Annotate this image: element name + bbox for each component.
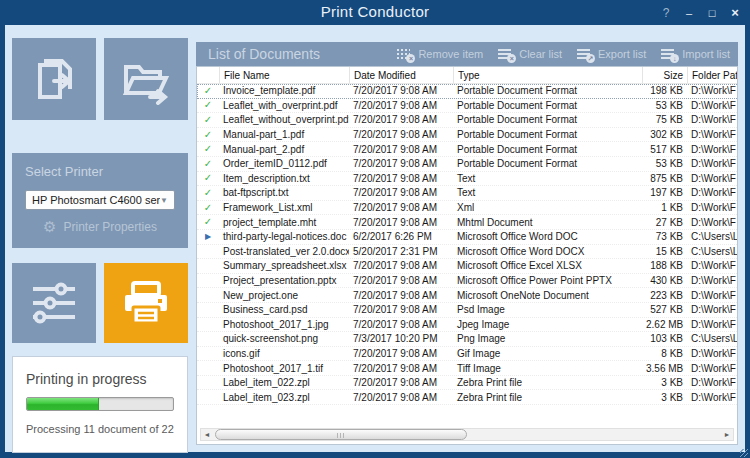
add-buttons-row	[12, 38, 188, 120]
horizontal-scrollbar[interactable]: ◄ ►	[200, 428, 734, 441]
table-row[interactable]: ✓Framework_List.xml7/20/2017 9:08 AMXml1…	[197, 201, 738, 216]
table-row[interactable]: Project_presentation.pptx7/20/2017 9:08 …	[197, 274, 738, 289]
type-cell: Microsoft Office Word DOC	[453, 231, 642, 242]
folder-path-cell: C:\Users\L	[687, 246, 738, 257]
list-title: List of Documents	[208, 46, 397, 62]
clear-list-button[interactable]: ×Clear list	[498, 48, 562, 61]
table-row[interactable]: ✓Leaflet_without_overprint.pdf7/20/2017 …	[197, 113, 738, 128]
table-row[interactable]: ✓Manual-part_2.pdf7/20/2017 9:08 AMPorta…	[197, 142, 738, 157]
printer-dropdown[interactable]: HP Photosmart C4600 series ▼	[25, 190, 175, 210]
printer-properties-link[interactable]: ⚙ Printer Properties	[25, 219, 175, 234]
table-row[interactable]: New_project.one7/20/2017 9:08 AMMicrosof…	[197, 288, 738, 303]
folder-path-cell: C:\Users\L	[687, 231, 738, 242]
settings-button[interactable]	[12, 263, 96, 343]
folder-path-cell: D:\Work\F	[687, 319, 738, 330]
remove-badge-icon: ×	[406, 54, 415, 63]
table-row[interactable]: Photoshoot_2017_1.tif7/20/2017 9:08 AMTi…	[197, 361, 738, 376]
type-cell: Portable Document Format	[453, 158, 642, 169]
table-row[interactable]: ✓Leaflet_with_overprint.pdf7/20/2017 9:0…	[197, 99, 738, 114]
table-row[interactable]: ✓Invoice_template.pdf7/20/2017 9:08 AMPo…	[197, 84, 738, 99]
chevron-down-icon: ▼	[160, 196, 168, 205]
type-cell: Portable Document Format	[453, 144, 642, 155]
file-name-cell: icons.gif	[219, 348, 349, 359]
date-modified-cell: 7/20/2017 9:08 AM	[349, 377, 453, 388]
printer-icon	[120, 279, 172, 327]
file-name-cell: third-party-legal-notices.doc	[219, 231, 349, 242]
table-row[interactable]: ✓Item_description.txt7/20/2017 9:08 AMTe…	[197, 172, 738, 187]
column-header-type[interactable]: Type	[453, 67, 642, 83]
gear-icon: ⚙	[43, 219, 56, 234]
type-cell: Psd Image	[453, 304, 642, 315]
export-badge-icon: ↗	[586, 54, 595, 63]
add-files-button[interactable]	[12, 38, 96, 120]
sidebar: Select Printer HP Photosmart C4600 serie…	[12, 38, 188, 452]
date-modified-cell: 7/20/2017 9:08 AM	[349, 114, 453, 125]
type-cell: Png Image	[453, 333, 642, 344]
folder-path-cell: D:\Work\F	[687, 129, 738, 140]
check-icon: ✓	[197, 157, 219, 171]
table-row[interactable]: Business_card.psd7/20/2017 9:08 AMPsd Im…	[197, 303, 738, 318]
type-cell: Portable Document Format	[453, 85, 642, 96]
documents-area: List of Documents ×Remove item×Clear lis…	[196, 42, 738, 445]
check-icon: ✓	[197, 186, 219, 200]
table-row[interactable]: quick-screenshot.png7/3/2017 10:20 PMPng…	[197, 332, 738, 347]
printer-properties-label: Printer Properties	[64, 220, 157, 234]
type-cell: Microsoft OneNote Document	[453, 290, 642, 301]
scrollbar-thumb[interactable]	[215, 429, 467, 440]
list-header: List of Documents ×Remove item×Clear lis…	[196, 42, 738, 66]
table-row[interactable]: Label_item_022.zpl7/20/2017 9:08 AMZebra…	[197, 376, 738, 391]
scroll-left-icon[interactable]: ◄	[201, 431, 213, 438]
file-name-cell: Post-translated_ver 2.0.docx	[219, 246, 349, 257]
size-cell: 3 KB	[642, 392, 687, 403]
column-header-date-modified[interactable]: Date Modified	[349, 67, 453, 83]
check-icon: ✓	[197, 215, 219, 229]
import-list-button[interactable]: ↓Import list	[661, 48, 730, 61]
clear-list-label: Clear list	[519, 48, 562, 60]
folder-path-cell: D:\Work\F	[687, 114, 738, 125]
table-row[interactable]: ✓Manual-part_1.pdf7/20/2017 9:08 AMPorta…	[197, 128, 738, 143]
date-modified-cell: 7/20/2017 9:08 AM	[349, 217, 453, 228]
file-name-cell: Summary_spreadsheet.xlsx	[219, 260, 349, 271]
date-modified-cell: 7/20/2017 9:08 AM	[349, 202, 453, 213]
size-cell: 53 KB	[642, 100, 687, 111]
type-cell: Text	[453, 173, 642, 184]
size-cell: 1 KB	[642, 202, 687, 213]
column-header-folder-path[interactable]: Folder Path	[687, 67, 738, 83]
column-header-status[interactable]	[197, 67, 219, 83]
table-row[interactable]: ✓bat-ftpscript.txt7/20/2017 9:08 AMText1…	[197, 186, 738, 201]
file-name-cell: Photoshoot_2017_1.jpg	[219, 319, 349, 330]
scroll-right-icon[interactable]: ►	[721, 431, 733, 438]
remove-list-button[interactable]: ×Remove item	[397, 48, 483, 61]
file-name-cell: Manual-part_1.pdf	[219, 129, 349, 140]
help-button[interactable]: ?	[659, 5, 673, 21]
maximize-button[interactable]: □	[705, 5, 719, 21]
date-modified-cell: 7/20/2017 9:08 AM	[349, 290, 453, 301]
date-modified-cell: 7/20/2017 9:08 AM	[349, 392, 453, 403]
type-cell: Mhtml Document	[453, 217, 642, 228]
file-name-cell: bat-ftpscript.txt	[219, 187, 349, 198]
resize-grip[interactable]	[740, 449, 748, 457]
title-bar: Print Conductor ? – □ ×	[0, 0, 750, 25]
table-row[interactable]: ✓Order_itemID_0112.pdf7/20/2017 9:08 AMP…	[197, 157, 738, 172]
minimize-button[interactable]: –	[682, 5, 696, 21]
table-row[interactable]: Post-translated_ver 2.0.docx5/20/2017 2:…	[197, 245, 738, 260]
export-list-button[interactable]: ↗Export list	[577, 48, 646, 61]
export-list-icon: ↗	[577, 48, 594, 61]
table-row[interactable]: Photoshoot_2017_1.jpg7/20/2017 9:08 AMJp…	[197, 318, 738, 333]
folder-path-cell: D:\Work\F	[687, 290, 738, 301]
table-row[interactable]: icons.gif7/20/2017 9:08 AMGif Image8 KBD…	[197, 347, 738, 362]
add-folder-button[interactable]	[104, 38, 188, 120]
action-buttons-row	[12, 263, 188, 343]
table-row[interactable]: ✓project_template.mht7/20/2017 9:08 AMMh…	[197, 215, 738, 230]
size-cell: 223 KB	[642, 290, 687, 301]
table-row[interactable]: Summary_spreadsheet.xlsx7/20/2017 9:08 A…	[197, 259, 738, 274]
folder-path-cell: D:\Work\F	[687, 304, 738, 315]
check-icon: ✓	[197, 171, 219, 185]
print-button[interactable]	[104, 263, 188, 343]
print-conductor-window: Print Conductor ? – □ ×	[0, 0, 750, 458]
close-button[interactable]: ×	[728, 5, 742, 21]
column-header-size[interactable]: Size	[642, 67, 687, 83]
table-row[interactable]: ▶third-party-legal-notices.doc6/2/2017 6…	[197, 230, 738, 245]
table-row[interactable]: Label_item_023.zpl7/20/2017 9:08 AMZebra…	[197, 390, 738, 405]
column-header-file-name[interactable]: File Name	[219, 67, 349, 83]
